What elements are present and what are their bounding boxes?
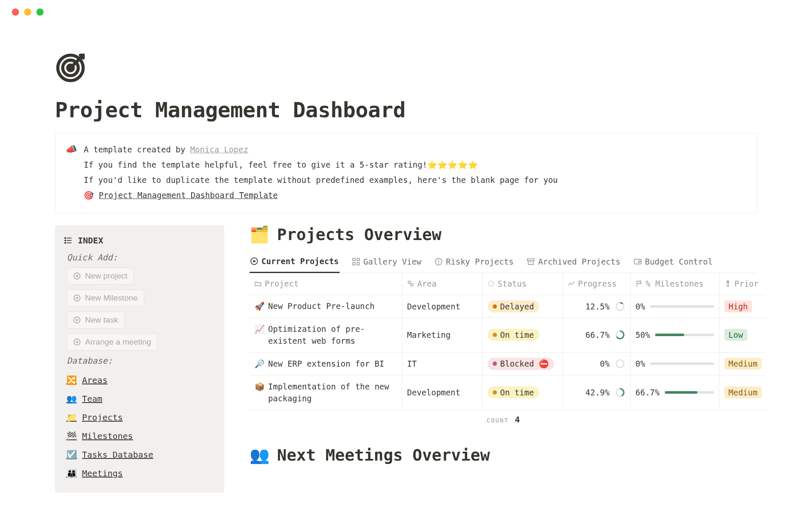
meetings-icon: 👨‍👩‍👦	[67, 468, 76, 478]
template-link[interactable]: Project Management Dashboard Template	[99, 188, 277, 203]
plus-circle-icon	[73, 316, 81, 324]
progress-ring	[615, 387, 625, 398]
checklist-icon: ☑️	[67, 450, 76, 460]
minimize-window-icon[interactable]	[24, 8, 31, 16]
chart-icon	[568, 280, 575, 287]
priority-badge: High	[724, 301, 752, 312]
project-emoji: 🚀	[255, 300, 265, 312]
tab-risky-projects[interactable]: Risky Projects	[434, 257, 514, 273]
priority-badge: Low	[724, 329, 747, 341]
projects-link[interactable]: 📁Projects	[64, 408, 215, 427]
status-badge: Blocked ⛔	[488, 358, 554, 370]
table-row[interactable]: 🚀New Product Pre-launch Development Dela…	[250, 295, 765, 318]
author-link[interactable]: Monica Lopez	[190, 145, 248, 154]
maximize-window-icon[interactable]	[36, 8, 44, 16]
team-icon: 👥	[67, 394, 76, 404]
col-progress[interactable]: Progress	[578, 279, 617, 288]
area-value: Marketing	[407, 330, 451, 340]
folder-icon: 📁	[67, 412, 76, 422]
window-traffic-lights	[0, 0, 812, 16]
count-value: 4	[515, 414, 520, 425]
milestones-value: 50%	[636, 330, 650, 340]
col-project[interactable]: Project	[265, 279, 299, 288]
table-row[interactable]: 🔎New ERP extension for BI IT Blocked ⛔ 0…	[250, 352, 765, 375]
svg-rect-24	[357, 259, 359, 261]
index-sidebar: INDEX Quick Add: New project New Milesto…	[55, 225, 224, 493]
milestones-bar	[650, 362, 713, 365]
project-name: Implementation of the new packaging	[268, 381, 397, 405]
team-link[interactable]: 👥Team	[64, 389, 215, 408]
area-value: Development	[407, 388, 461, 397]
svg-point-7	[65, 243, 66, 243]
milestones-link[interactable]: 🏁Milestones	[64, 427, 215, 445]
tab-budget-control[interactable]: Budget Control	[633, 257, 713, 273]
new-project-button[interactable]: New project	[67, 268, 134, 284]
svg-rect-31	[528, 261, 533, 265]
plus-circle-icon	[73, 294, 81, 302]
progress-ring	[615, 330, 625, 340]
priority-badge: Medium	[724, 387, 762, 398]
busts-icon: 👥	[250, 446, 269, 464]
milestones-value: 0%	[636, 359, 645, 368]
budget-icon	[634, 258, 642, 265]
svg-point-34	[638, 261, 640, 263]
progress-ring	[615, 301, 625, 312]
table-row[interactable]: 📦Implementation of the new packaging Dev…	[250, 375, 765, 410]
file-box-icon: 🗂️	[250, 225, 269, 244]
grid-icon	[352, 258, 360, 265]
area-icon	[407, 280, 414, 287]
col-area[interactable]: Area	[417, 279, 437, 288]
svg-point-35	[408, 281, 411, 284]
arrange-meeting-button[interactable]: Arrange a meeting	[67, 334, 157, 351]
priority-badge: Medium	[724, 358, 762, 370]
target-icon	[55, 50, 89, 83]
areas-link[interactable]: 🔀Areas	[64, 371, 215, 389]
close-window-icon[interactable]	[12, 8, 19, 16]
table-row[interactable]: 📈Optimization of pre-existent web forms …	[250, 318, 765, 352]
plus-circle-icon	[73, 272, 81, 280]
callout-text: A template created by	[84, 145, 190, 154]
new-milestone-button[interactable]: New Milestone	[67, 290, 144, 306]
projects-table: Project Area Status Progress % Milestone…	[250, 273, 765, 410]
tab-current-projects[interactable]: Current Projects	[250, 257, 340, 273]
new-task-button[interactable]: New task	[67, 312, 124, 329]
target-icon: 🎯	[84, 190, 94, 200]
areas-icon: 🔀	[67, 375, 76, 385]
progress-value: 66.7%	[585, 330, 609, 340]
projects-overview-title: Projects Overview	[277, 225, 442, 244]
tab-gallery-view[interactable]: Gallery View	[351, 257, 422, 273]
svg-point-29	[438, 263, 439, 264]
milestones-value: 0%	[636, 302, 645, 311]
progress-ring	[615, 359, 625, 369]
svg-rect-26	[357, 263, 359, 265]
project-emoji: 📈	[255, 323, 265, 335]
meetings-link[interactable]: 👨‍👩‍👦Meetings	[64, 464, 215, 483]
svg-point-5	[65, 240, 66, 241]
svg-point-45	[616, 360, 624, 367]
area-value: IT	[407, 359, 417, 368]
project-name: Optimization of pre-existent web forms	[268, 323, 397, 347]
tab-archived-projects[interactable]: Archived Projects	[526, 257, 621, 273]
quick-add-label: Quick Add:	[64, 252, 215, 262]
project-emoji: 🔎	[255, 358, 265, 370]
project-emoji: 📦	[255, 381, 265, 393]
col-milestones[interactable]: % Milestones	[646, 279, 704, 288]
svg-rect-23	[353, 259, 355, 261]
count-label: COUNT	[487, 417, 509, 424]
tasks-link[interactable]: ☑️Tasks Database	[64, 445, 215, 464]
col-priority[interactable]: Prior	[735, 279, 759, 288]
play-circle-icon	[250, 257, 258, 265]
callout-text: If you'd like to duplicate the template …	[84, 172, 558, 188]
svg-point-40	[727, 282, 728, 282]
project-name: New ERP extension for BI	[268, 358, 384, 370]
megaphone-icon: 📣	[66, 142, 77, 203]
list-icon	[64, 237, 72, 244]
milestones-bar	[650, 305, 713, 308]
priority-icon	[724, 280, 731, 287]
svg-point-37	[488, 281, 494, 286]
progress-value: 12.5%	[585, 302, 609, 311]
status-badge: Delayed	[488, 301, 539, 312]
col-status[interactable]: Status	[498, 279, 527, 288]
plus-circle-icon	[73, 338, 81, 346]
project-name: New Product Pre-launch	[268, 300, 375, 312]
